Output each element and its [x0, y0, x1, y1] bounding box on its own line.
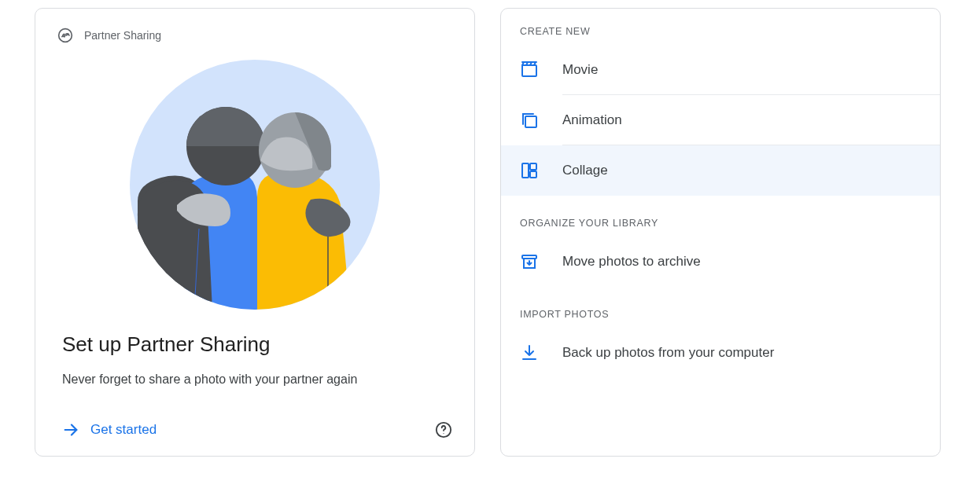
create-collage-label: Collage [562, 163, 921, 178]
partner-sharing-header-label: Partner Sharing [84, 29, 161, 42]
download-icon [520, 343, 539, 362]
create-new-section-label: CREATE NEW [501, 26, 940, 37]
archive-icon [520, 252, 539, 271]
get-started-button[interactable]: Get started [62, 421, 157, 438]
arrow-right-icon [62, 421, 79, 438]
svg-rect-15 [522, 163, 529, 178]
svg-point-12 [443, 433, 444, 434]
create-animation-label: Animation [562, 112, 921, 128]
svg-rect-13 [522, 65, 536, 76]
utilities-card: CREATE NEW Movie Animation Collage [500, 8, 941, 457]
partner-sharing-icon [57, 28, 73, 43]
svg-rect-17 [530, 171, 536, 178]
organize-section-label: ORGANIZE YOUR LIBRARY [501, 218, 940, 229]
collage-icon [520, 161, 539, 180]
backup-label: Back up photos from your computer [562, 345, 921, 361]
archive-label: Move photos to archive [562, 254, 921, 270]
partner-sharing-subtitle: Never forget to share a photo with your … [62, 372, 452, 387]
create-movie-label: Movie [562, 62, 921, 78]
partner-sharing-header: Partner Sharing [57, 28, 452, 43]
backup-item[interactable]: Back up photos from your computer [501, 328, 940, 378]
archive-item[interactable]: Move photos to archive [501, 237, 940, 287]
people-illustration [130, 60, 380, 310]
partner-sharing-card: Partner Sharing [35, 8, 475, 457]
partner-sharing-illustration [57, 51, 452, 318]
create-animation-item[interactable]: Animation [501, 95, 940, 145]
svg-rect-16 [530, 163, 536, 170]
svg-rect-18 [522, 255, 536, 259]
get-started-label: Get started [90, 422, 157, 438]
help-icon[interactable] [435, 421, 452, 438]
import-section-label: IMPORT PHOTOS [501, 309, 940, 320]
animation-icon [520, 111, 539, 130]
create-collage-item[interactable]: Collage [501, 145, 940, 196]
create-movie-item[interactable]: Movie [501, 45, 940, 95]
movie-icon [520, 61, 539, 79]
partner-sharing-title: Set up Partner Sharing [62, 332, 452, 357]
svg-rect-14 [525, 116, 536, 127]
